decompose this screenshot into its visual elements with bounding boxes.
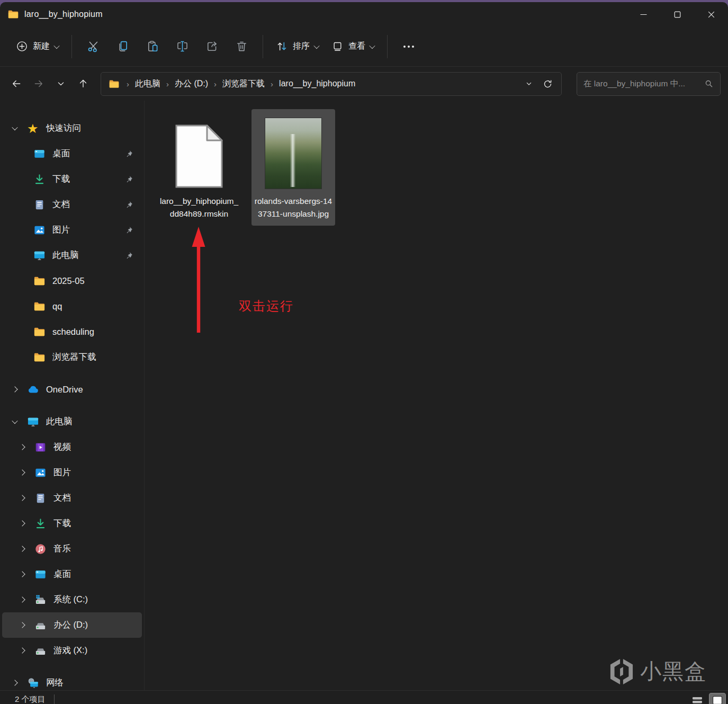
forward-arrow-icon xyxy=(33,78,44,89)
sidebar-section-network[interactable]: 网络 xyxy=(2,670,142,690)
pictures-icon xyxy=(34,467,47,479)
breadcrumb-this-pc[interactable]: 此电脑 xyxy=(132,76,164,92)
status-divider xyxy=(54,694,55,704)
maximize-icon xyxy=(673,11,681,19)
copy-button[interactable] xyxy=(108,34,138,59)
delete-button[interactable] xyxy=(227,34,256,59)
sidebar-item-label: 桌面 xyxy=(52,148,70,159)
annotation-arrow-up xyxy=(191,227,206,333)
close-button[interactable] xyxy=(694,2,728,26)
large-icons-view-button[interactable] xyxy=(709,693,726,704)
file-tile-jpg[interactable]: rolands-varsbergs-1437311-unsplash.jpg xyxy=(251,109,335,226)
sidebar-item-pictures[interactable]: 图片 xyxy=(2,217,142,243)
sidebar-item-drive-d[interactable]: 办公 (D:) xyxy=(2,612,142,638)
forward-button[interactable] xyxy=(28,73,50,94)
breadcrumb-drive-d[interactable]: 办公 (D:) xyxy=(172,76,211,92)
plus-circle-icon xyxy=(16,40,28,52)
chevron-right-icon[interactable] xyxy=(18,572,26,576)
sidebar-item-drive-c[interactable]: 系统 (C:) xyxy=(2,587,142,612)
search-input[interactable] xyxy=(583,79,700,88)
sidebar-item-downloads-pc[interactable]: 下载 xyxy=(2,511,142,536)
chevron-right-icon[interactable] xyxy=(18,648,26,653)
chevron-right-icon[interactable] xyxy=(18,521,26,525)
pin-icon xyxy=(124,200,133,209)
sidebar-section-this-pc[interactable]: 此电脑 xyxy=(2,409,142,434)
sidebar-item-videos[interactable]: 视频 xyxy=(2,434,142,460)
chevron-right-icon[interactable] xyxy=(11,387,19,391)
toolbar-divider xyxy=(387,35,388,58)
sort-button[interactable]: 排序 xyxy=(269,35,325,57)
chevron-right-icon[interactable] xyxy=(18,496,26,500)
file-page-icon xyxy=(175,124,223,189)
sidebar-item-pictures-pc[interactable]: 图片 xyxy=(2,460,142,485)
search-icon xyxy=(704,79,714,88)
large-icons-view-icon xyxy=(712,696,723,704)
chevron-down-icon[interactable] xyxy=(11,420,19,424)
maximize-button[interactable] xyxy=(660,2,694,26)
details-view-icon xyxy=(692,696,703,704)
chevron-right-icon[interactable] xyxy=(18,470,26,475)
pictures-icon xyxy=(33,224,46,236)
sidebar-section-onedrive[interactable]: OneDrive xyxy=(2,377,142,402)
sidebar-item-music[interactable]: 音乐 xyxy=(2,536,142,562)
paste-button[interactable] xyxy=(138,34,167,59)
address-dropdown-icon[interactable] xyxy=(525,79,533,88)
chevron-right-icon[interactable] xyxy=(18,547,26,551)
file-tile-rmskin[interactable]: laro__by_hiphopium_dd84h89.rmskin xyxy=(157,109,241,226)
chevron-down-icon xyxy=(369,42,375,48)
search-box[interactable] xyxy=(577,72,721,96)
minimize-button[interactable] xyxy=(626,2,660,26)
desktop-icon xyxy=(34,568,47,581)
file-list-area: laro__by_hiphopium_dd84h89.rmskin roland… xyxy=(145,101,728,690)
rename-button[interactable] xyxy=(167,34,197,59)
share-button[interactable] xyxy=(197,34,227,59)
cut-button[interactable] xyxy=(78,34,108,59)
sidebar-item-documents-pc[interactable]: 文档 xyxy=(2,485,142,511)
sidebar-item-qq[interactable]: qq xyxy=(2,293,142,319)
sidebar-item-label: 浏览器下载 xyxy=(52,351,96,363)
star-icon: ★ xyxy=(27,122,39,135)
sidebar-item-downloads[interactable]: 下载 xyxy=(2,166,142,192)
pin-icon xyxy=(124,175,133,184)
back-button[interactable] xyxy=(5,73,28,94)
chevron-right-icon[interactable] xyxy=(18,598,26,602)
chevron-down-icon[interactable] xyxy=(11,126,19,130)
details-view-button[interactable] xyxy=(689,693,706,704)
folder-icon xyxy=(33,326,46,338)
xiaoheihe-logo-icon xyxy=(609,658,634,685)
more-options-button[interactable] xyxy=(394,34,424,59)
sidebar-item-label: 图片 xyxy=(53,467,71,478)
sidebar-item-label: 办公 (D:) xyxy=(53,619,88,631)
sidebar-item-scheduling[interactable]: scheduling xyxy=(2,319,142,344)
document-icon xyxy=(33,199,46,211)
windows-drive-icon xyxy=(34,594,47,606)
onedrive-cloud-icon xyxy=(27,384,39,396)
music-icon xyxy=(34,543,47,555)
sidebar-item-2025-05[interactable]: 2025-05 xyxy=(2,268,142,293)
recent-locations-button[interactable] xyxy=(50,73,72,94)
refresh-icon[interactable] xyxy=(543,79,553,89)
breadcrumb-browser-downloads[interactable]: 浏览器下载 xyxy=(219,76,268,92)
view-button-label: 查看 xyxy=(348,41,365,52)
desktop-icon xyxy=(33,148,46,160)
sidebar-section-label: 快速访问 xyxy=(46,122,81,134)
sidebar-item-label: 游戏 (X:) xyxy=(53,645,87,656)
breadcrumb-current-folder[interactable]: laro__by_hiphopium xyxy=(276,77,358,91)
sidebar-item-desktop-pc[interactable]: 桌面 xyxy=(2,562,142,587)
sort-button-label: 排序 xyxy=(293,41,310,52)
chevron-right-icon[interactable] xyxy=(18,623,26,627)
sidebar-item-drive-x[interactable]: 游戏 (X:) xyxy=(2,638,142,663)
new-button[interactable]: 新建 xyxy=(10,35,65,57)
sidebar-section-quick-access[interactable]: ★ 快速访问 xyxy=(2,115,142,141)
sidebar-item-browser-downloads[interactable]: 浏览器下载 xyxy=(2,344,142,370)
sidebar-item-desktop[interactable]: 桌面 xyxy=(2,141,142,166)
up-button[interactable] xyxy=(72,73,94,94)
address-bar[interactable]: › 此电脑 › 办公 (D:) › 浏览器下载 › laro__by_hipho… xyxy=(101,72,562,96)
main-area: ★ 快速访问 桌面 下载 文档 图片 xyxy=(0,101,728,690)
sidebar-item-label: 音乐 xyxy=(53,543,71,555)
chevron-right-icon[interactable] xyxy=(18,445,26,449)
view-button[interactable]: 查看 xyxy=(325,35,381,57)
chevron-right-icon[interactable] xyxy=(11,681,19,685)
sidebar-item-this-pc-pinned[interactable]: 此电脑 xyxy=(2,243,142,268)
sidebar-item-documents[interactable]: 文档 xyxy=(2,192,142,217)
